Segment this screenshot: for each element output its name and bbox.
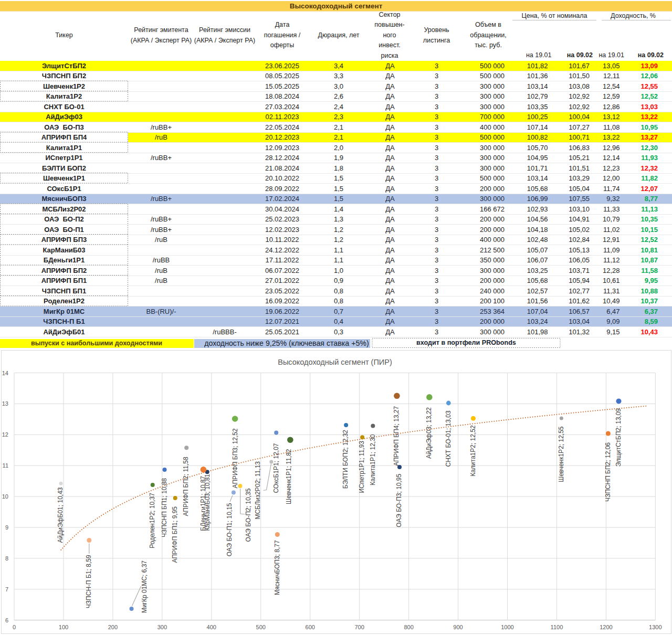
svg-text:13: 13 [2, 400, 8, 407]
svg-text:10: 10 [2, 493, 8, 500]
svg-text:8: 8 [5, 555, 8, 562]
svg-text:200: 200 [108, 624, 118, 630]
svg-text:11: 11 [3, 462, 8, 469]
svg-text:1300: 1300 [649, 624, 662, 630]
svg-text:400: 400 [207, 624, 216, 630]
svg-text:СНХТ БО-01; 13,03: СНХТ БО-01; 13,03 [445, 410, 452, 467]
svg-text:900: 900 [453, 624, 463, 630]
svg-text:ОАЭ БО-П2; 10,35: ОАЭ БО-П2; 10,35 [245, 488, 252, 542]
svg-text:АйДиЭфБ01; 10,43: АйДиЭфБ01; 10,43 [57, 487, 64, 543]
svg-text:500: 500 [256, 624, 266, 630]
svg-text:ОАЭ БО-П3; 10,95: ОАЭ БО-П3; 10,95 [395, 473, 403, 527]
svg-text:300: 300 [158, 624, 167, 630]
svg-text:СОксБ1Р1; 12,07: СОксБ1Р1; 12,07 [272, 443, 280, 493]
svg-text:ЧЗПСНП БП1; 10,88: ЧЗПСНП БП1; 10,88 [161, 478, 168, 537]
svg-text:Калита1Р2; 12,52: Калита1Р2; 12,52 [469, 425, 477, 477]
svg-text:0: 0 [13, 624, 16, 630]
svg-text:ЧЗПСНП БП2; 12,06: ЧЗПСНП БП2; 12,06 [604, 442, 612, 502]
svg-text:ОАЭ БО-П1; 10,15: ОАЭ БО-П1; 10,15 [226, 503, 233, 556]
svg-text:6: 6 [5, 617, 8, 623]
svg-text:ЧЗПСН-П Б1; 8,59: ЧЗПСН-П Б1; 8,59 [85, 555, 92, 608]
svg-text:600: 600 [306, 624, 315, 630]
svg-text:14: 14 [2, 370, 8, 376]
svg-text:800: 800 [404, 624, 413, 630]
svg-text:100: 100 [59, 624, 68, 630]
svg-text:МясничБОП3; 8,77: МясничБОП3; 8,77 [274, 540, 281, 595]
svg-text:ИСпетр1Р1; 11,93: ИСпетр1Р1; 11,93 [358, 441, 365, 493]
svg-text:МСБЛиз2Р02; 11,13: МСБЛиз2Р02; 11,13 [254, 461, 261, 520]
svg-text:1100: 1100 [551, 624, 563, 630]
svg-text:БДеньги1Р1; 10,87: БДеньги1Р1; 10,87 [200, 476, 207, 531]
svg-text:9: 9 [5, 524, 8, 531]
svg-text:АйДиЭф03; 13,22: АйДиЭф03; 13,22 [425, 407, 433, 459]
svg-text:МигКр 01МС; 6,37: МигКр 01МС; 6,37 [141, 560, 148, 613]
svg-text:АПРИФП БП1; 9,95: АПРИФП БП1; 9,95 [171, 506, 178, 563]
svg-text:Роделен1Р2; 10,37: Роделен1Р2; 10,37 [149, 493, 156, 548]
svg-text:Шевченк1Р1; 11,82: Шевченк1Р1; 11,82 [285, 449, 292, 504]
svg-text:БЭЛТИ БОП2; 12,32: БЭЛТИ БОП2; 12,32 [342, 430, 349, 489]
svg-text:Калита1Р1; 12,30: Калита1Р1; 12,30 [369, 434, 376, 485]
svg-text:1000: 1000 [501, 624, 513, 630]
svg-text:АПРИФП БП3; 12,52: АПРИФП БП3; 12,52 [232, 428, 239, 488]
svg-text:АПРИФП БП4; 13,27: АПРИФП БП4; 13,27 [393, 406, 400, 465]
svg-text:7: 7 [5, 586, 8, 592]
svg-text:Шевченк1Р2; 12,55: Шевченк1Р2; 12,55 [558, 426, 565, 482]
svg-text:12: 12 [2, 431, 8, 438]
svg-text:ЭлщитСтБП2; 13,09: ЭлщитСтБП2; 13,09 [615, 408, 622, 467]
svg-text:АПРИФП БП2; 11,58: АПРИФП БП2; 11,58 [182, 457, 190, 516]
svg-text:700: 700 [354, 624, 364, 630]
svg-text:1200: 1200 [600, 624, 612, 630]
